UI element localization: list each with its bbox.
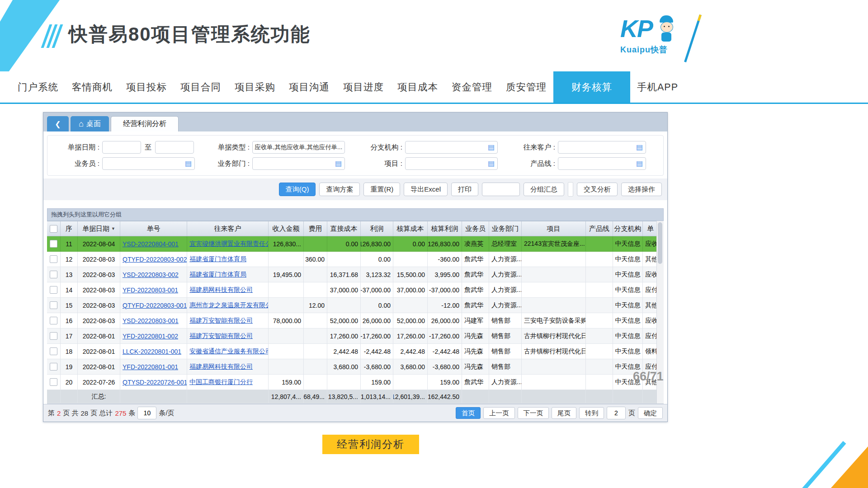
filter-input[interactable]: 应收单,其他应收单,其他应付单...: [252, 141, 345, 154]
pagination-button[interactable]: 尾页: [552, 407, 576, 419]
goto-page-input[interactable]: [607, 407, 626, 419]
pagination-button[interactable]: 转到: [579, 407, 604, 419]
list-lookup-icon[interactable]: ▤: [636, 144, 643, 151]
doc_no-link[interactable]: QTYSD-20220726-001: [123, 379, 187, 386]
toolbar-button[interactable]: 查询(Q): [279, 183, 316, 196]
filter-input[interactable]: ▤: [252, 157, 345, 170]
column-header-seq[interactable]: 序: [61, 221, 78, 236]
table-row[interactable]: 162022-08-03YSD-20220803-001福建万安智能有限公司78…: [47, 313, 656, 328]
customer-link[interactable]: 福建万安智能有限公司: [189, 317, 253, 325]
column-header-fee[interactable]: 费用: [304, 221, 327, 236]
filter-input[interactable]: ▤: [405, 141, 498, 154]
row-checkbox[interactable]: [50, 240, 57, 248]
column-header-product_line[interactable]: 产品线: [586, 221, 613, 236]
column-header-check[interactable]: [47, 221, 61, 236]
table-row[interactable]: 152022-08-03QTYFD-20220803-001惠州市龙之泉温泉开发…: [47, 298, 656, 313]
doc_no-link[interactable]: YSD-20220803-002: [123, 271, 179, 278]
row-checkbox[interactable]: [50, 332, 57, 340]
nav-item[interactable]: 门户系统: [11, 71, 65, 103]
list-lookup-icon[interactable]: ▤: [636, 160, 643, 167]
filter-input[interactable]: [102, 141, 141, 154]
nav-item[interactable]: 项目合同: [174, 71, 228, 103]
column-header-salesperson[interactable]: 业务员: [462, 221, 489, 236]
doc_no-link[interactable]: QTYFD-20220803-001: [123, 302, 187, 309]
column-header-branch[interactable]: 分支机构: [613, 221, 643, 236]
row-checkbox[interactable]: [50, 271, 57, 278]
toolbar-button[interactable]: 导出Excel: [404, 183, 448, 196]
customer-link[interactable]: 福建万安智能有限公司: [189, 332, 253, 340]
nav-item[interactable]: 质安管理: [499, 71, 553, 103]
filter-input[interactable]: ▤: [558, 157, 646, 170]
nav-item[interactable]: 财务核算: [553, 71, 630, 103]
select-all-checkbox[interactable]: [50, 225, 57, 233]
sort-icon[interactable]: ▼: [111, 226, 115, 231]
filter-input[interactable]: [155, 141, 194, 154]
row-checkbox[interactable]: [50, 301, 57, 309]
customer-link[interactable]: 中国工商银行厦门分行: [189, 378, 253, 386]
customer-link[interactable]: 安徽省通信产业服务有限公司: [189, 347, 269, 356]
filter-input[interactable]: ▤: [405, 157, 498, 170]
table-row[interactable]: 142022-08-03YFD-20220803-001福建易网科技有限公司37…: [47, 282, 656, 298]
column-header-customer[interactable]: 往来客户: [187, 221, 269, 236]
toolbar-button[interactable]: 重置(R): [363, 183, 400, 196]
customer-link[interactable]: 福建省厦门市体育局: [189, 255, 246, 263]
row-checkbox[interactable]: [50, 363, 57, 371]
customer-link[interactable]: 宜宾骏继洪骥置业有限责任公...: [189, 240, 269, 248]
toolbar-button[interactable]: 选择操作: [621, 183, 662, 196]
column-header-calc_profit[interactable]: 核算利润: [428, 221, 462, 236]
list-lookup-icon[interactable]: ▤: [488, 144, 495, 151]
customer-link[interactable]: 福建易网科技有限公司: [189, 286, 253, 294]
pagination-button[interactable]: 上一页: [483, 407, 515, 419]
nav-item[interactable]: 项目沟通: [282, 71, 336, 103]
filter-input[interactable]: ▤: [102, 157, 195, 170]
row-checkbox[interactable]: [50, 255, 57, 263]
page-size-input[interactable]: [137, 407, 156, 419]
nav-item[interactable]: 客情商机: [65, 71, 119, 103]
toolbar-blank-box[interactable]: [482, 183, 520, 196]
doc_no-link[interactable]: YFD-20220801-001: [123, 363, 178, 371]
nav-item[interactable]: 资金管理: [445, 71, 499, 103]
column-header-project[interactable]: 项目: [522, 221, 586, 236]
doc_no-link[interactable]: QTYFD-20220803-002: [123, 256, 187, 263]
toolbar-button[interactable]: 交叉分析: [577, 183, 618, 196]
filter-input[interactable]: ▤: [558, 141, 646, 154]
nav-item[interactable]: 项目成本: [391, 71, 445, 103]
table-row[interactable]: 122022-08-03QTYFD-20220803-002福建省厦门市体育局3…: [47, 252, 656, 267]
column-header-doc_type[interactable]: 单: [643, 221, 656, 236]
list-lookup-icon[interactable]: ▤: [488, 160, 495, 167]
doc_no-link[interactable]: LLCK-20220801-001: [123, 348, 181, 355]
column-header-profit[interactable]: 利润: [361, 221, 393, 236]
table-row[interactable]: 182022-08-01LLCK-20220801-001安徽省通信产业服务有限…: [47, 344, 656, 359]
list-lookup-icon[interactable]: ▤: [185, 160, 192, 167]
toolbar-button[interactable]: 分组汇总: [524, 183, 564, 196]
column-header-calc_cost[interactable]: 核算成本: [393, 221, 428, 236]
column-header-date[interactable]: 单据日期▼: [78, 221, 120, 236]
toolbar-button[interactable]: 打印: [451, 183, 478, 196]
row-checkbox[interactable]: [50, 378, 57, 386]
column-header-dept[interactable]: 业务部门: [489, 221, 522, 236]
table-row[interactable]: 172022-08-01YFD-20220801-002福建万安智能有限公司17…: [47, 328, 656, 344]
tab-desktop[interactable]: ⌂ 桌面: [71, 116, 109, 131]
table-row[interactable]: 132022-08-03YSD-20220803-002福建省厦门市体育局19,…: [47, 267, 656, 282]
confirm-button[interactable]: 确定: [638, 407, 663, 419]
pagination-button[interactable]: 下一页: [518, 407, 549, 419]
doc_no-link[interactable]: YSD-20220804-001: [123, 240, 179, 248]
list-lookup-icon[interactable]: ▤: [335, 160, 342, 167]
row-checkbox[interactable]: [50, 286, 57, 294]
row-checkbox[interactable]: [50, 347, 57, 355]
column-header-direct_cost[interactable]: 直接成本: [327, 221, 361, 236]
tab-profit-analysis[interactable]: 经营利润分析: [111, 116, 179, 131]
group-by-bar[interactable]: 拖拽列头到这里以用它分组: [47, 208, 664, 221]
column-header-doc_no[interactable]: 单号: [120, 221, 187, 236]
toolbar-button[interactable]: 查询方案: [319, 183, 360, 196]
nav-item[interactable]: 项目进度: [336, 71, 391, 103]
row-checkbox[interactable]: [50, 317, 57, 324]
doc_no-link[interactable]: YSD-20220803-001: [123, 317, 179, 324]
customer-link[interactable]: 惠州市龙之泉温泉开发有限公...: [189, 301, 269, 310]
customer-link[interactable]: 福建省厦门市体育局: [189, 271, 246, 279]
back-button[interactable]: ❮: [47, 116, 69, 131]
doc_no-link[interactable]: YFD-20220801-002: [123, 333, 178, 340]
nav-item[interactable]: 手机APP: [630, 71, 685, 103]
nav-item[interactable]: 项目投标: [119, 71, 174, 103]
table-row[interactable]: 112022-08-04YSD-20220804-001宜宾骏继洪骥置业有限责任…: [47, 236, 656, 252]
